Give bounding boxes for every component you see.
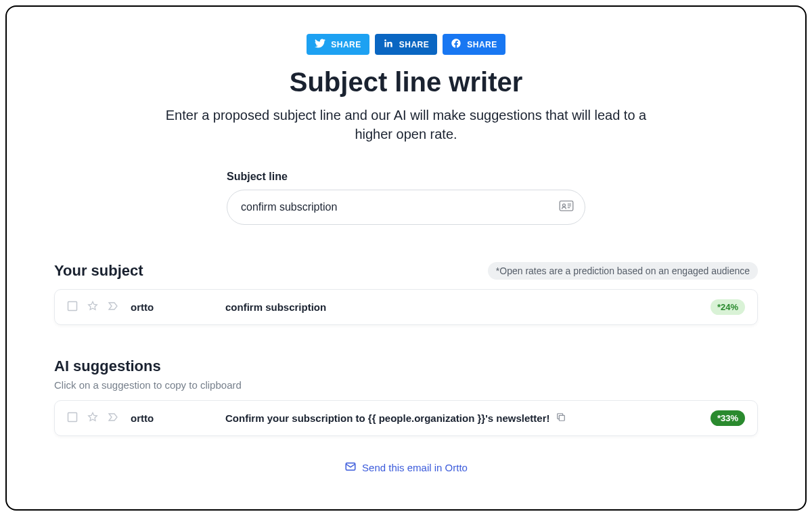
share-row: SHARE SHARE SHARE xyxy=(54,34,758,55)
facebook-icon xyxy=(451,38,461,51)
share-twitter-button[interactable]: SHARE xyxy=(307,34,369,55)
your-subject-header: Your subject *Open rates are a predictio… xyxy=(54,262,758,280)
subject-input-block: Subject line xyxy=(227,171,585,225)
share-twitter-label: SHARE xyxy=(331,40,361,49)
star-icon[interactable] xyxy=(87,412,98,425)
ai-suggestion-sender: ortto xyxy=(131,412,225,424)
share-linkedin-button[interactable]: SHARE xyxy=(375,34,438,55)
share-facebook-label: SHARE xyxy=(467,40,497,49)
svg-rect-7 xyxy=(560,415,565,421)
checkbox-icon[interactable] xyxy=(67,301,78,314)
ai-suggestion-row[interactable]: ortto Confirm your subscription to {{ pe… xyxy=(54,400,758,436)
send-in-ortto-link[interactable]: Send this email in Ortto xyxy=(54,460,758,475)
share-linkedin-label: SHARE xyxy=(399,40,430,49)
open-rate-note: *Open rates are a prediction based on an… xyxy=(488,262,758,280)
copy-icon[interactable] xyxy=(556,412,566,424)
your-subject-row: ortto confirm subscription *24% xyxy=(54,289,758,325)
subject-input-label: Subject line xyxy=(227,171,585,183)
tag-icon[interactable] xyxy=(108,412,118,425)
row-icons xyxy=(67,412,118,425)
subject-input-wrap xyxy=(227,190,585,225)
ai-suggestion-label: Confirm your subscription to {{ people.o… xyxy=(225,412,549,424)
svg-rect-6 xyxy=(68,412,77,421)
linkedin-icon xyxy=(383,38,394,51)
tag-icon[interactable] xyxy=(108,301,118,314)
ai-suggestion-rate: *33% xyxy=(710,410,745,426)
your-subject-heading: Your subject xyxy=(54,262,143,280)
ai-heading: AI suggestions xyxy=(54,358,758,375)
ai-suggestion-text: Confirm your subscription to {{ people.o… xyxy=(225,412,710,424)
svg-rect-5 xyxy=(68,301,77,310)
your-subject-text: confirm subscription xyxy=(225,301,710,313)
share-facebook-button[interactable]: SHARE xyxy=(443,34,505,55)
twitter-icon xyxy=(315,38,325,51)
subject-input[interactable] xyxy=(241,201,554,213)
checkbox-icon[interactable] xyxy=(67,412,78,425)
your-subject-rate: *24% xyxy=(710,299,745,315)
your-subject-sender: ortto xyxy=(131,301,225,313)
contact-card-icon xyxy=(559,200,574,214)
page-subtitle: Enter a proposed subject line and our AI… xyxy=(149,106,663,144)
page-title: Subject line writer xyxy=(54,67,758,98)
star-icon[interactable] xyxy=(87,301,98,314)
send-in-ortto-label: Send this email in Ortto xyxy=(362,462,468,473)
svg-point-1 xyxy=(562,204,565,207)
ai-subheading: Click on a suggestion to copy to clipboa… xyxy=(54,379,758,391)
row-icons xyxy=(67,301,118,314)
mail-icon xyxy=(344,460,357,475)
